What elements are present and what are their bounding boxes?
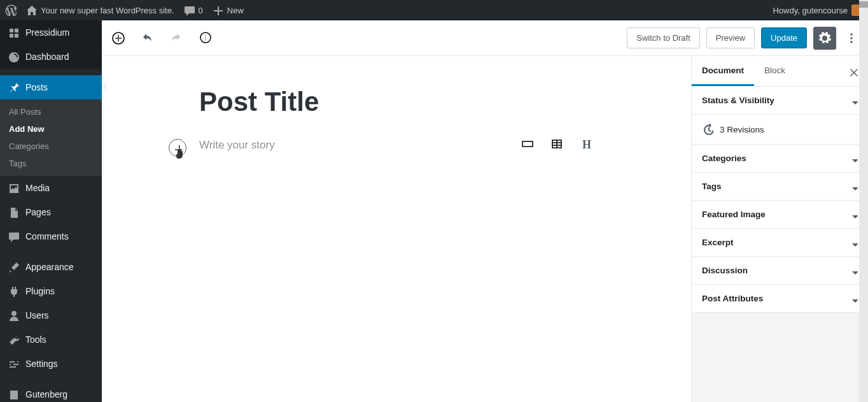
new-content-link[interactable]: New — [212, 0, 244, 20]
label: Settings — [25, 359, 58, 369]
revisions-link[interactable]: 3 Revisions — [692, 115, 868, 145]
grid-icon — [8, 27, 19, 38]
close-icon — [848, 66, 858, 76]
table-block-button[interactable] — [550, 138, 564, 152]
table-icon — [550, 138, 564, 152]
chevron-down-icon — [849, 182, 858, 191]
sidebar-item-media[interactable]: Media — [0, 176, 102, 200]
label: Post Attributes — [702, 294, 763, 303]
settings-panel: Document Block Status & Visibility 3 Rev… — [691, 56, 868, 402]
sidebar-item-appearance[interactable]: Appearance — [0, 255, 102, 279]
plugin-icon — [8, 285, 19, 297]
label: Tags — [702, 182, 722, 191]
comments-link[interactable]: 0 — [183, 0, 203, 20]
account-menu[interactable]: Howdy, gutencourse — [773, 0, 863, 20]
redo-icon — [170, 31, 184, 45]
section-discussion[interactable]: Discussion — [692, 257, 868, 284]
chevron-down-icon — [849, 210, 858, 219]
tab-block[interactable]: Block — [754, 56, 795, 86]
history-icon — [702, 124, 713, 135]
section-post-attributes[interactable]: Post Attributes — [692, 285, 868, 312]
comments-count: 0 — [199, 6, 203, 15]
undo-icon — [141, 31, 155, 45]
editor-canvas: Post Title Write your story H — [102, 56, 691, 402]
cursor-hand-icon — [174, 147, 185, 161]
media-icon — [8, 182, 19, 194]
chevron-down-icon — [849, 154, 858, 163]
sidebar-item-settings[interactable]: Settings — [0, 352, 102, 376]
tab-document[interactable]: Document — [692, 56, 754, 86]
label: Pages — [25, 207, 51, 217]
sidebar-item-plugins[interactable]: Plugins — [0, 279, 102, 303]
wordpress-icon — [5, 4, 17, 16]
sidebar-item-posts[interactable]: Posts — [0, 75, 102, 99]
site-name-label: Your new super fast WordPress site. — [41, 6, 174, 15]
widescreen-icon — [521, 138, 535, 152]
new-label: New — [227, 6, 244, 15]
comment-icon — [183, 4, 195, 16]
preview-button[interactable]: Preview — [706, 27, 755, 48]
label: Categories — [702, 154, 746, 163]
section-tags[interactable]: Tags — [692, 173, 868, 200]
label: Dashboard — [25, 52, 69, 62]
label: Featured Image — [702, 210, 766, 219]
section-categories[interactable]: Categories — [692, 145, 868, 172]
admin-sidebar: Pressidium Dashboard Posts All Posts Add… — [0, 20, 102, 402]
info-button[interactable] — [197, 29, 215, 47]
submenu-add-new[interactable]: Add New — [0, 120, 102, 138]
heading-block-button[interactable]: H — [580, 138, 594, 152]
section-featured-image[interactable]: Featured Image — [692, 201, 868, 228]
submenu-all-posts[interactable]: All Posts — [0, 103, 102, 120]
label: Plugins — [25, 286, 55, 296]
chevron-down-icon — [849, 266, 858, 275]
user-icon — [8, 310, 19, 321]
page-icon — [8, 206, 19, 218]
block-type-suggestions: H — [521, 138, 594, 152]
more-options-button[interactable] — [843, 27, 860, 50]
wp-logo[interactable] — [5, 0, 17, 20]
dots-icon — [845, 32, 858, 45]
pin-icon — [8, 82, 19, 93]
window-scrollbar[interactable] — [859, 0, 868, 402]
site-link[interactable]: Your new super fast WordPress site. — [25, 0, 174, 20]
post-title-input[interactable]: Post Title — [199, 87, 594, 117]
plus-circle-icon — [111, 31, 125, 45]
plus-icon — [212, 4, 223, 16]
add-block-button[interactable] — [109, 29, 127, 47]
sidebar-item-dashboard[interactable]: Dashboard — [0, 45, 102, 69]
label: Comments — [25, 231, 69, 241]
label: Pressidium — [25, 27, 69, 38]
home-icon — [25, 4, 37, 16]
greeting-label: Howdy, gutencourse — [773, 6, 848, 15]
section-status-visibility[interactable]: Status & Visibility — [692, 87, 868, 114]
settings-toggle-button[interactable] — [813, 27, 836, 50]
gear-icon — [818, 32, 831, 45]
sidebar-item-comments[interactable]: Comments — [0, 224, 102, 248]
update-button[interactable]: Update — [761, 27, 807, 48]
dashboard-icon — [8, 51, 19, 62]
switch-to-draft-button[interactable]: Switch to Draft — [627, 27, 700, 48]
section-excerpt[interactable]: Excerpt — [692, 229, 868, 256]
editor-toolbar: Switch to Draft Preview Update — [102, 20, 868, 56]
revisions-label: 3 Revisions — [720, 125, 764, 134]
redo-button[interactable] — [168, 29, 186, 47]
undo-button[interactable] — [139, 29, 157, 47]
wrench-icon — [8, 334, 19, 345]
submenu-categories[interactable]: Categories — [0, 138, 102, 155]
sidebar-item-tools[interactable]: Tools — [0, 327, 102, 352]
sidebar-item-pages[interactable]: Pages — [0, 200, 102, 224]
sidebar-item-gutenberg[interactable]: Gutenberg — [0, 382, 102, 402]
label: Gutenberg — [25, 389, 67, 399]
admin-bar: Your new super fast WordPress site. 0 Ne… — [0, 0, 868, 20]
widescreen-block-button[interactable] — [521, 138, 535, 152]
sidebar-item-pressidium[interactable]: Pressidium — [0, 20, 102, 45]
window-scrollbar-thumb[interactable] — [859, 1, 868, 8]
label: Posts — [25, 82, 48, 92]
sidebar-item-users[interactable]: Users — [0, 303, 102, 327]
label: Excerpt — [702, 238, 734, 247]
label: Status & Visibility — [702, 96, 774, 105]
posts-submenu: All Posts Add New Categories Tags — [0, 99, 102, 176]
brush-icon — [8, 261, 19, 273]
chevron-down-icon — [849, 238, 858, 247]
submenu-tags[interactable]: Tags — [0, 155, 102, 172]
